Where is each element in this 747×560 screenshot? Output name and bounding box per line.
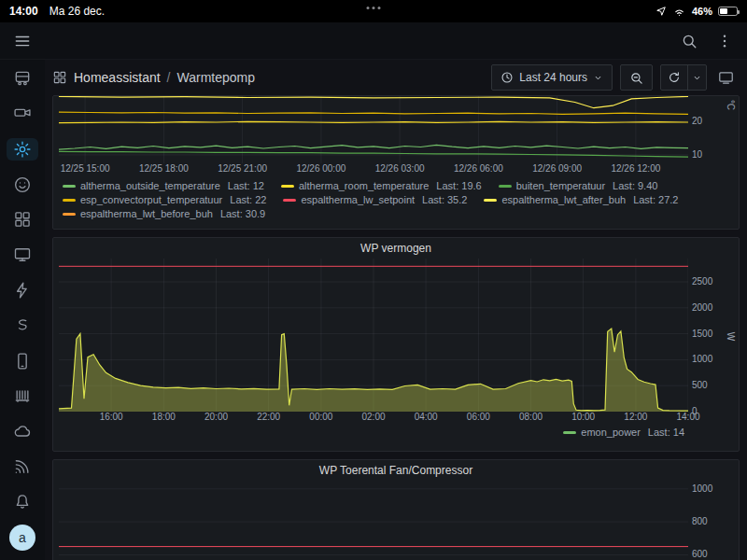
legend-item[interactable]: buiten_temperatuurLast: 9.40 — [499, 180, 658, 191]
legend-series-name: esp_convectorput_temperatuur — [80, 194, 222, 205]
chart-legend: emon_powerLast: 14 — [53, 425, 739, 438]
time-range-label: Last 24 hours — [519, 71, 587, 84]
time-range-picker[interactable]: Last 24 hours — [491, 64, 613, 91]
legend-item[interactable]: emon_powerLast: 14 — [563, 427, 684, 438]
monitor-icon — [718, 70, 734, 86]
legend-series-name: altherma_outside_temperature — [80, 180, 220, 191]
y-axis-unit: °C — [726, 97, 736, 114]
sidebar: a — [0, 60, 45, 560]
legend-last-value: Last: 9.40 — [613, 180, 657, 191]
x-tick-label: 12/25 21:00 — [218, 163, 267, 174]
x-tick-label: 02:00 — [361, 412, 385, 422]
ipad-status-bar: 14:00 Ma 26 dec. 46% — [0, 0, 747, 22]
legend-series-name: emon_power — [581, 427, 641, 438]
y-tick-label: 2000 — [692, 302, 712, 314]
chevron-down-icon — [692, 73, 702, 83]
y-axis-unit: W — [726, 329, 736, 345]
y-tick-label: 600 — [692, 549, 708, 560]
cycle-view-button[interactable] — [714, 64, 738, 91]
signal-icon — [13, 457, 32, 476]
legend-series-name: altherma_room_temperature — [299, 180, 429, 191]
legend-last-value: Last: 19.6 — [436, 180, 481, 191]
dashboard-toolbar: Last 24 hours — [491, 64, 738, 91]
legend-last-value: Last: 35.2 — [422, 194, 467, 205]
y-tick-label: 20 — [692, 116, 702, 127]
status-time: 14:00 — [9, 5, 38, 18]
legend-swatch — [484, 199, 497, 202]
x-tick-label: 12/26 06:00 — [454, 163, 503, 174]
breadcrumb: Homeassistant / Warmtepomp — [52, 70, 255, 85]
legend-series-name: buiten_temperatuur — [516, 180, 605, 191]
sidebar-avatar[interactable]: a — [7, 525, 38, 549]
page-header: Homeassistant / Warmtepomp Last 24 hours — [45, 60, 747, 95]
sidebar-item-cloud[interactable] — [7, 420, 38, 443]
x-tick-label: 06:00 — [467, 412, 490, 422]
sidebar-item-settings[interactable] — [7, 138, 38, 161]
x-axis-labels: 12/25 15:0012/25 18:0012/25 21:0012/26 0… — [53, 163, 739, 176]
scurve-icon — [13, 316, 32, 335]
legend-item[interactable]: esp_convectorput_temperatuurLast: 22 — [63, 194, 266, 205]
zoom-out-button[interactable] — [620, 64, 653, 91]
sidebar-item-s-curve[interactable] — [7, 314, 38, 337]
search-button[interactable] — [674, 26, 704, 56]
x-tick-label: 14:00 — [676, 412, 699, 422]
legend-item[interactable]: altherma_room_temperatureLast: 19.6 — [281, 180, 482, 191]
temperature-chart[interactable] — [59, 96, 688, 163]
refresh-button-group — [660, 64, 707, 91]
sidebar-item-camera[interactable] — [7, 103, 38, 126]
sidebar-item-computer[interactable] — [7, 244, 38, 267]
avatar: a — [9, 525, 35, 551]
wp-toerental-chart[interactable] — [59, 481, 688, 560]
refresh-interval-button[interactable] — [687, 65, 706, 90]
x-tick-label: 12/25 18:00 — [139, 163, 189, 174]
sidebar-item-phone[interactable] — [7, 349, 38, 372]
search-icon — [681, 33, 698, 49]
battery-percent: 46% — [692, 6, 712, 17]
location-arrow-icon — [655, 6, 667, 17]
x-tick-label: 12/26 12:00 — [611, 163, 660, 174]
refresh-button[interactable] — [661, 65, 687, 90]
screen: 14:00 Ma 26 dec. 46% a — [0, 0, 747, 560]
x-tick-label: 12:00 — [624, 412, 647, 422]
legend-swatch — [63, 185, 76, 188]
sidebar-item-vehicle[interactable] — [7, 67, 38, 91]
legend-item[interactable]: espaltherma_lwt_before_buhLast: 30.9 — [63, 208, 265, 219]
legend-series-name: espaltherma_lwt_before_buh — [80, 208, 213, 219]
blocks-icon — [13, 210, 32, 229]
x-tick-label: 12/25 15:00 — [61, 163, 110, 174]
x-axis-labels: 16:0018:0020:0022:0000:0002:0004:0006:00… — [53, 412, 739, 425]
breadcrumb-page[interactable]: Warmtepomp — [176, 70, 255, 85]
legend-last-value: Last: 14 — [648, 427, 684, 438]
x-tick-label: 04:00 — [415, 412, 438, 422]
monitor-icon — [13, 245, 32, 264]
bolt-icon — [13, 281, 32, 300]
x-tick-label: 18:00 — [152, 412, 176, 422]
gear-icon — [13, 140, 32, 159]
x-tick-label: 12/26 03:00 — [375, 163, 425, 174]
panel-title[interactable]: WP vermogen — [53, 238, 739, 259]
sidebar-item-smiley[interactable] — [7, 173, 38, 196]
legend-swatch — [63, 199, 76, 202]
sidebar-item-heating[interactable] — [7, 385, 38, 408]
kebab-menu-button[interactable] — [710, 26, 740, 56]
legend-item[interactable]: espaltherma_lw_setpointLast: 35.2 — [283, 194, 467, 205]
panel-title[interactable]: WP Toerental Fan/Compressor — [53, 460, 739, 481]
refresh-icon — [668, 71, 681, 84]
chevron-down-icon — [593, 73, 603, 83]
y-tick-label: 10 — [692, 149, 702, 161]
x-tick-label: 12/26 00:00 — [296, 163, 345, 174]
sidebar-item-signal[interactable] — [7, 455, 38, 478]
menu-button[interactable] — [7, 26, 37, 56]
wp-vermogen-chart[interactable] — [59, 259, 688, 412]
sidebar-item-dashboards[interactable] — [7, 208, 38, 231]
sidebar-item-alerts[interactable] — [7, 490, 38, 513]
breadcrumb-dashboard[interactable]: Homeassistant — [74, 70, 161, 85]
legend-series-name: espaltherma_lwt_after_buh — [501, 194, 626, 205]
x-tick-label: 10:00 — [571, 412, 595, 422]
zoom-out-icon — [629, 71, 643, 85]
legend-item[interactable]: altherma_outside_temperatureLast: 12 — [63, 180, 264, 191]
y-axis-labels: 05001000150020002500 — [688, 259, 718, 412]
y-tick-label: 1500 — [692, 329, 712, 340]
legend-item[interactable]: espaltherma_lwt_after_buhLast: 27.2 — [484, 194, 678, 205]
sidebar-item-energy[interactable] — [7, 279, 38, 302]
